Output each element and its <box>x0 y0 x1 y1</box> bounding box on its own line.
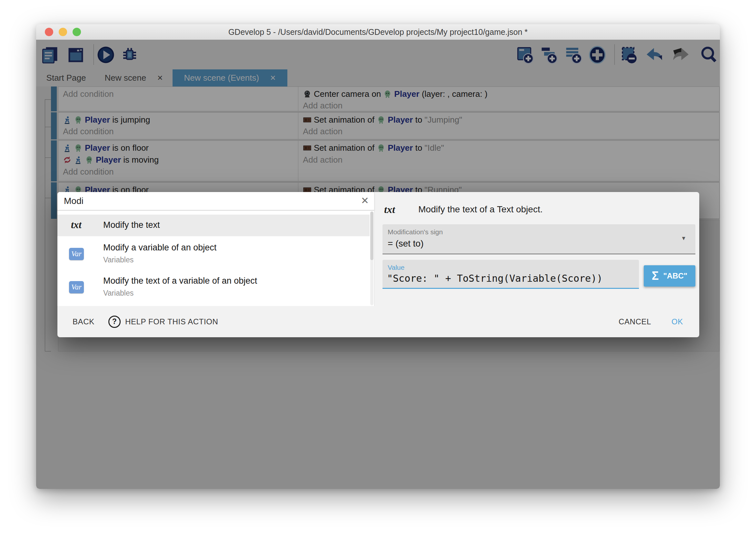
list-item-title: Modify the text of a variable of an obje… <box>103 276 257 286</box>
action-editor-dialog: Modi txt Modify the text Var Modify a va… <box>57 192 699 337</box>
cancel-button[interactable]: CANCEL <box>619 306 651 337</box>
help-icon <box>108 315 121 328</box>
action-search-panel: Modi txt Modify the text Var Modify a va… <box>57 192 374 306</box>
search-bar[interactable]: Modi <box>57 192 374 210</box>
value-input[interactable]: Value "Score: " + ToString(Variable(Scor… <box>383 260 639 289</box>
window-title: GDevelop 5 - /Users/david/Documents/GDev… <box>36 24 720 40</box>
list-item-title: Modify the text <box>103 220 160 230</box>
expression-value[interactable]: "Score: " + ToString(Variable(Score)) <box>387 273 602 284</box>
expression-builder-label: "ABC" <box>663 271 687 280</box>
txt-icon: txt <box>384 204 395 216</box>
back-button[interactable]: BACK <box>73 306 94 337</box>
expression-builder-button[interactable]: "ABC" <box>644 265 695 287</box>
search-input[interactable]: Modi <box>64 196 84 206</box>
ok-button[interactable]: OK <box>671 306 683 337</box>
modification-sign-select[interactable]: Modification's sign = (set to) <box>383 224 695 254</box>
list-item-modify-variable[interactable]: Var Modify a variable of an object Varia… <box>57 239 370 270</box>
action-parameters-panel: txt Modify the text of a Text object. Mo… <box>374 192 699 306</box>
list-item-modify-text[interactable]: txt Modify the text <box>57 215 370 236</box>
screenshot-root: GDevelop 5 - /Users/david/Documents/GDev… <box>0 0 756 537</box>
list-item-title: Modify a variable of an object <box>103 243 216 253</box>
field-value: = (set to) <box>388 238 424 249</box>
list-item-group: Variables <box>103 256 133 264</box>
titlebar: GDevelop 5 - /Users/david/Documents/GDev… <box>36 24 720 40</box>
scrollbar-thumb[interactable] <box>370 212 373 260</box>
dialog-footer: BACK HELP FOR THIS ACTION CANCEL OK <box>57 306 699 337</box>
chevron-down-icon <box>681 235 686 242</box>
variable-icon: Var <box>69 248 84 260</box>
list-item-group: Variables <box>103 289 133 298</box>
sigma-icon <box>652 269 659 283</box>
clear-search-icon[interactable] <box>361 195 369 206</box>
txt-icon: txt <box>71 219 82 231</box>
variable-icon: Var <box>69 281 84 293</box>
dialog-title: Modify the text of a Text object. <box>418 204 543 215</box>
action-results-list: txt Modify the text Var Modify a variabl… <box>57 210 374 306</box>
list-item-modify-text-variable[interactable]: Var Modify the text of a variable of an … <box>57 273 370 303</box>
help-button[interactable]: HELP FOR THIS ACTION <box>108 306 218 337</box>
gdevelop-window: GDevelop 5 - /Users/david/Documents/GDev… <box>36 24 720 489</box>
field-label: Value <box>388 264 404 271</box>
field-label: Modification's sign <box>388 228 443 236</box>
